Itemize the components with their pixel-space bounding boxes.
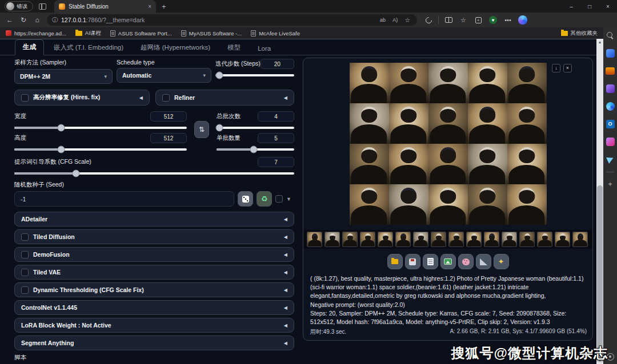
tab-lora[interactable]: Lora: [250, 42, 278, 55]
gallery-thumbnail[interactable]: [572, 232, 588, 247]
close-gallery-button[interactable]: ×: [563, 64, 572, 72]
page-scrollbar[interactable]: ▲ ▼: [596, 39, 603, 364]
close-button[interactable]: ×: [599, 0, 617, 13]
send-to-extras-button[interactable]: [476, 254, 491, 269]
maximize-button[interactable]: □: [580, 0, 599, 13]
extension-checkbox[interactable]: [21, 233, 29, 241]
mcafee-webadvisor-icon[interactable]: ♥: [486, 14, 500, 26]
upscale-button[interactable]: ✦: [494, 254, 509, 269]
add-sidebar-app-button[interactable]: +: [608, 180, 612, 188]
download-image-button[interactable]: ↓: [552, 64, 560, 72]
toolbox-icon[interactable]: [605, 66, 615, 76]
width-input[interactable]: 512: [150, 111, 187, 122]
gallery-thumbnail[interactable]: [413, 232, 428, 247]
gallery-thumbnail[interactable]: [555, 232, 570, 247]
gallery-image[interactable]: [507, 103, 547, 144]
steps-input[interactable]: 20: [261, 59, 294, 69]
browser-tab[interactable]: Stable Diffusion ×: [54, 0, 156, 13]
send-to-img2img-button[interactable]: [440, 254, 456, 269]
search-icon[interactable]: [605, 30, 615, 41]
gallery-image[interactable]: [468, 63, 507, 103]
gallery-thumbnail[interactable]: [502, 232, 517, 247]
gallery-thumbnail[interactable]: [537, 232, 552, 247]
minimize-button[interactable]: –: [562, 0, 580, 13]
refresh-icon[interactable]: ↻: [17, 14, 30, 26]
tab-models[interactable]: 模型: [220, 41, 248, 55]
seed-extra-caret-icon[interactable]: ▼: [286, 196, 291, 202]
seed-input[interactable]: -1: [14, 191, 234, 207]
accordion-controlnet-v1-1-445[interactable]: ControlNet v1.1.445◀: [14, 300, 294, 315]
open-folder-button[interactable]: [387, 254, 403, 269]
gallery-image[interactable]: [389, 103, 428, 144]
tab-ti-embedding[interactable]: 嵌入式 (T.I. Embedding): [46, 41, 131, 55]
bookmark-item[interactable]: AI课程: [75, 30, 101, 37]
gallery-thumbnail[interactable]: [342, 232, 358, 247]
gallery-thumbnail[interactable]: [466, 232, 482, 247]
back-icon[interactable]: ←: [3, 14, 16, 26]
gallery-image[interactable]: [507, 144, 547, 184]
m365-icon[interactable]: [605, 101, 615, 111]
accordion-segment-anything[interactable]: Segment Anything◀: [14, 335, 294, 350]
gallery-image[interactable]: [468, 184, 507, 225]
gallery-image[interactable]: [507, 63, 547, 103]
accordion-lora-block-weight-not-active[interactable]: LoRA Block Weight : Not Active◀: [14, 318, 294, 333]
profile-button[interactable]: 错误: [5, 1, 33, 11]
shopping-icon[interactable]: [605, 48, 615, 58]
designer-icon[interactable]: [605, 136, 615, 147]
tab-generate[interactable]: 生成: [15, 39, 44, 55]
extension-icon[interactable]: [422, 14, 435, 26]
save-zip-button[interactable]: [423, 254, 438, 269]
hires-fix-accordion[interactable]: 高分辨率修复 (Hires. fix) ◀: [14, 90, 150, 106]
favorites-icon[interactable]: ☆: [456, 14, 470, 26]
accordion-demofusion[interactable]: DemoFusion◀: [14, 247, 294, 262]
gallery-thumbnail[interactable]: [307, 232, 322, 247]
gallery-thumbnail[interactable]: [324, 232, 340, 247]
address-bar[interactable]: ⓘ 127.0.0.1:7860/?__theme=dark ab A) ☆: [47, 14, 417, 26]
refiner-checkbox[interactable]: [162, 94, 170, 102]
gallery-image[interactable]: [468, 103, 507, 144]
gallery-image[interactable]: [350, 63, 389, 103]
width-slider[interactable]: [14, 127, 187, 129]
batch-size-input[interactable]: 5: [258, 133, 294, 143]
gallery-thumbnail[interactable]: [360, 232, 375, 247]
gallery-image[interactable]: [389, 184, 428, 225]
gallery-image[interactable]: [428, 184, 468, 225]
gallery-thumbnail[interactable]: [519, 232, 535, 247]
sampler-dropdown[interactable]: DPM++ 2M▾: [14, 69, 113, 84]
drop-icon[interactable]: [605, 154, 615, 164]
steps-slider[interactable]: [215, 74, 294, 76]
extension-checkbox[interactable]: [21, 251, 29, 258]
accordion-tiled-diffusion[interactable]: Tiled Diffusion◀: [14, 229, 294, 244]
gallery-thumbnail[interactable]: [431, 232, 446, 247]
batch-count-slider[interactable]: [217, 127, 294, 129]
gallery-image[interactable]: [507, 184, 547, 225]
gallery-image[interactable]: [389, 144, 428, 184]
random-seed-button[interactable]: [238, 191, 253, 207]
immersive-reader-icon[interactable]: A): [391, 17, 399, 23]
tab-close-icon[interactable]: ×: [148, 3, 151, 10]
gallery-thumbnail[interactable]: [378, 232, 393, 247]
bookmark-item[interactable]: ASUS Software Port...: [110, 30, 172, 37]
bookmark-item[interactable]: McAfee LiveSafe: [251, 30, 300, 37]
accordion-adetailer[interactable]: ADetailer◀: [14, 212, 294, 227]
height-input[interactable]: 512: [150, 133, 187, 143]
accordion-dynamic-thresholding-cfg-scale-fix-[interactable]: Dynamic Thresholding (CFG Scale Fix)◀: [14, 282, 294, 297]
gallery-thumbnail[interactable]: [448, 232, 464, 247]
gallery-image[interactable]: [350, 184, 389, 225]
cfg-scale-input[interactable]: 7: [258, 157, 294, 167]
accordion-tiled-vae[interactable]: Tiled VAE◀: [14, 265, 294, 280]
gallery-image[interactable]: [428, 144, 468, 184]
bookmark-item[interactable]: MyASUS Software -...: [181, 30, 242, 37]
extension-checkbox[interactable]: [21, 286, 29, 294]
batch-count-input[interactable]: 4: [258, 111, 294, 122]
swap-dimensions-button[interactable]: ⇅: [194, 121, 209, 138]
tab-actions-icon[interactable]: [39, 3, 46, 10]
schedule-type-dropdown[interactable]: Automatic▾: [117, 68, 211, 83]
games-icon[interactable]: [605, 83, 615, 94]
gallery-thumbnail[interactable]: [395, 232, 411, 247]
collections-icon[interactable]: +: [471, 14, 485, 26]
other-favorites-folder[interactable]: 其他收藏夹: [561, 30, 598, 37]
height-slider[interactable]: [14, 148, 187, 151]
batch-size-slider[interactable]: [217, 148, 294, 151]
new-tab-button[interactable]: +: [162, 2, 166, 11]
